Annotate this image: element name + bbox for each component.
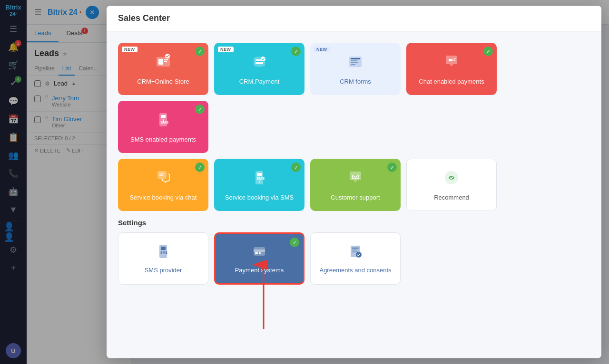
svg-rect-23 — [254, 249, 265, 252]
card-label: Recommend — [434, 194, 469, 201]
svg-rect-27 — [352, 248, 359, 249]
check-icon: ✓ — [195, 163, 205, 172]
svg-rect-11 — [449, 59, 452, 61]
card-label: Service booking via SMS — [225, 194, 294, 201]
card-chat-enabled-payments[interactable]: ✓ Chat enabled payments — [406, 43, 497, 95]
cards-row-2: ✓ Service booking via chat ✓ — [118, 159, 590, 211]
card-icon — [443, 169, 460, 190]
check-icon: ✓ — [387, 163, 397, 172]
svg-rect-20 — [161, 247, 166, 250]
card-icon — [347, 53, 364, 74]
settings-section-title: Settings — [118, 219, 590, 227]
card-crm-payment[interactable]: NEW ✓ CRM.Payment — [214, 43, 304, 95]
card-crm-online-store[interactable]: NEW ✓ CRM+Online Store — [118, 43, 208, 95]
setting-label: Payment systems — [235, 267, 284, 274]
cards-row-1: NEW ✓ CRM+Online Store NEW ✓ — [118, 43, 590, 153]
card-customer-support[interactable]: ✓ Customer support — [310, 159, 401, 211]
check-icon: ✓ — [195, 47, 205, 56]
card-label: CRM+Online Store — [137, 78, 189, 85]
card-icon: SMS — [251, 169, 268, 190]
card-label: Customer support — [331, 194, 380, 201]
sales-center-modal: Sales Center NEW ✓ CRM+Onlin — [107, 6, 601, 358]
card-icon — [347, 169, 364, 190]
payment-systems-icon — [251, 243, 267, 263]
setting-label: SMS provider — [145, 267, 182, 274]
svg-rect-4 — [255, 61, 263, 62]
check-icon: ✓ — [291, 163, 301, 172]
check-icon: ✓ — [290, 238, 299, 247]
check-icon: ✓ — [483, 47, 493, 56]
card-label: SMS enabled payments — [130, 136, 196, 143]
svg-text:SMS: SMS — [160, 120, 169, 125]
new-badge: NEW — [122, 47, 138, 52]
card-crm-forms[interactable]: NEW CRM forms — [310, 43, 401, 95]
svg-rect-16 — [257, 173, 262, 176]
svg-rect-8 — [351, 60, 357, 61]
svg-rect-24 — [255, 252, 258, 254]
new-badge: NEW — [218, 47, 234, 52]
svg-rect-9 — [351, 62, 358, 63]
sms-provider-icon: SMS — [155, 243, 171, 263]
modal-title: Sales Center — [118, 13, 170, 23]
card-icon — [443, 53, 460, 74]
card-service-booking-chat[interactable]: ✓ Service booking via chat — [118, 159, 208, 211]
svg-rect-10 — [351, 64, 355, 65]
modal-body: NEW ✓ CRM+Online Store NEW ✓ — [107, 31, 601, 355]
card-icon: SMS — [155, 111, 172, 132]
svg-rect-29 — [352, 251, 358, 252]
svg-rect-7 — [351, 58, 360, 59]
svg-rect-13 — [161, 115, 166, 118]
check-icon: ✓ — [195, 105, 205, 114]
card-sms-enabled-payments[interactable]: ✓ SMS SMS enabled payments — [118, 101, 208, 153]
card-label: CRM forms — [340, 78, 371, 85]
svg-text:SMS: SMS — [256, 176, 265, 181]
check-icon: ✓ — [291, 47, 301, 56]
card-recommend[interactable]: Recommend — [406, 159, 497, 211]
card-label: Service booking via chat — [130, 194, 197, 201]
svg-rect-1 — [158, 59, 163, 65]
setting-card-sms-provider[interactable]: SMS SMS provider — [118, 232, 208, 285]
setting-card-payment-systems[interactable]: ✓ Payment systems — [214, 232, 304, 285]
new-badge: NEW — [314, 47, 330, 52]
setting-label: Agreements and consents — [319, 267, 391, 274]
svg-text:SMS: SMS — [160, 251, 168, 254]
svg-rect-28 — [352, 249, 357, 250]
modal-header: Sales Center — [107, 6, 601, 31]
svg-rect-25 — [259, 252, 261, 254]
card-icon — [155, 53, 172, 74]
agreements-icon — [347, 243, 363, 263]
settings-cards-row: SMS SMS provider ✓ Payment systems — [118, 232, 590, 285]
card-label: CRM.Payment — [239, 78, 280, 85]
card-service-booking-sms[interactable]: ✓ SMS Service booking via SMS — [214, 159, 304, 211]
card-icon — [251, 53, 268, 74]
card-icon — [155, 169, 172, 190]
card-label: Chat enabled payments — [419, 78, 484, 85]
setting-card-agreements[interactable]: Agreements and consents — [310, 232, 401, 285]
